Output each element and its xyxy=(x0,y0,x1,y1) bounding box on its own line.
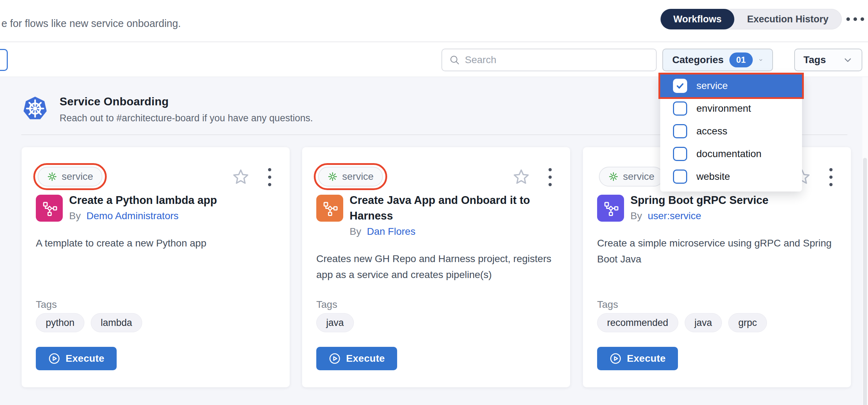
checkbox-icon[interactable] xyxy=(673,124,687,138)
dropdown-option-access[interactable]: access xyxy=(660,120,802,143)
dropdown-option-documentation[interactable]: documentation xyxy=(660,143,802,165)
tag-chip: recommended xyxy=(597,313,678,332)
dropdown-option-website[interactable]: website xyxy=(660,165,802,188)
tags-label: Tags xyxy=(597,299,618,310)
gear-icon xyxy=(608,171,619,182)
categories-dropdown-menu: service environment access documentation… xyxy=(660,74,802,192)
category-badge-label: service xyxy=(623,171,655,182)
tags-label: Tags xyxy=(316,299,337,310)
more-options-icon xyxy=(853,17,857,21)
flowchart-icon xyxy=(602,200,619,216)
tags-filter-button[interactable]: Tags xyxy=(794,49,862,71)
kebab-icon xyxy=(829,183,833,186)
kubernetes-icon xyxy=(21,95,49,122)
play-circle-icon xyxy=(609,352,622,365)
dropdown-option-label: documentation xyxy=(696,148,762,160)
kebab-icon xyxy=(549,168,552,171)
page-description-text: e for flows like new service onboarding. xyxy=(1,18,181,29)
play-circle-icon xyxy=(48,352,61,365)
checkbox-checked-icon[interactable] xyxy=(673,79,687,93)
category-badge[interactable]: service xyxy=(599,167,664,187)
dropdown-option-environment[interactable]: environment xyxy=(660,97,802,120)
categories-filter-button[interactable]: Categories 01 xyxy=(662,49,773,71)
tag-chip: java xyxy=(685,313,722,332)
star-icon xyxy=(512,168,530,186)
author-link[interactable]: Dan Flores xyxy=(367,226,416,237)
author-link[interactable]: user:service xyxy=(648,210,701,222)
execute-button[interactable]: Execute xyxy=(316,347,397,370)
section-header: Service Onboarding Reach out to #archite… xyxy=(21,95,313,124)
workflow-icon xyxy=(316,195,343,222)
play-circle-icon xyxy=(328,352,341,365)
search-box xyxy=(441,49,657,71)
card-menu-button[interactable] xyxy=(264,168,275,186)
author-link[interactable]: Demo Administrators xyxy=(87,210,179,222)
dropdown-option-label: access xyxy=(696,126,727,137)
clipped-left-button[interactable] xyxy=(0,49,8,71)
category-badge[interactable]: service xyxy=(318,167,383,187)
section-title: Service Onboarding xyxy=(60,95,313,108)
checkbox-icon[interactable] xyxy=(673,101,687,116)
execute-button-label: Execute xyxy=(627,353,666,364)
categories-count-badge: 01 xyxy=(729,52,753,67)
tag-chip: python xyxy=(36,313,84,332)
favorite-star-button[interactable] xyxy=(232,168,250,186)
tag-chip: lambda xyxy=(91,313,142,332)
kebab-icon xyxy=(268,168,271,171)
scrollbar[interactable] xyxy=(862,77,868,405)
execute-button-label: Execute xyxy=(66,353,105,364)
workflow-card: service Create Java App and Onboard it t… xyxy=(302,147,570,387)
tab-workflows[interactable]: Workflows xyxy=(661,9,734,29)
section-subtitle: Reach out to #architecture-board if you … xyxy=(60,113,313,124)
category-badge-label: service xyxy=(342,171,374,182)
filters-toolbar: Categories 01 Tags xyxy=(0,42,868,77)
dropdown-option-service[interactable]: service xyxy=(660,74,802,97)
by-label: By xyxy=(350,226,361,237)
workflow-title: Create a Python lambda app xyxy=(69,193,278,208)
categories-filter-label: Categories xyxy=(672,54,724,66)
tab-execution-history[interactable]: Execution History xyxy=(734,9,841,29)
dropdown-option-label: service xyxy=(696,80,728,91)
tags-filter-label: Tags xyxy=(803,54,826,66)
more-options-icon xyxy=(861,17,864,21)
kebab-icon xyxy=(829,168,833,171)
more-options-button[interactable] xyxy=(846,13,864,26)
execute-button-label: Execute xyxy=(346,353,385,364)
execute-button[interactable]: Execute xyxy=(597,347,678,370)
more-options-icon xyxy=(846,17,850,21)
card-menu-button[interactable] xyxy=(545,168,555,186)
star-icon xyxy=(232,168,250,186)
execute-button[interactable]: Execute xyxy=(36,347,117,370)
view-toggle: Workflows Execution History xyxy=(660,9,842,29)
tag-chip: java xyxy=(316,313,354,332)
favorite-star-button[interactable] xyxy=(512,168,530,186)
workflow-title: Create Java App and Onboard it to Harnes… xyxy=(350,193,558,224)
kebab-icon xyxy=(268,176,271,179)
kebab-icon xyxy=(829,176,833,179)
search-input[interactable] xyxy=(465,54,649,66)
checkbox-icon[interactable] xyxy=(673,170,687,184)
workflow-card: service Create a Python lambda app By De… xyxy=(22,147,290,387)
workflow-icon xyxy=(597,195,624,222)
gear-icon xyxy=(47,171,57,182)
checkbox-icon[interactable] xyxy=(673,147,687,161)
tag-chip: grpc xyxy=(728,313,767,332)
workflow-description: Create a simple microservice using gRPC … xyxy=(597,235,837,267)
workflow-description: A template to create a new Python app xyxy=(36,235,276,251)
flowchart-icon xyxy=(41,200,57,216)
category-badge[interactable]: service xyxy=(38,167,102,187)
search-icon xyxy=(449,55,460,65)
annotation-highlight: service xyxy=(314,163,387,190)
category-badge-wrap: service xyxy=(595,163,668,190)
category-badge-label: service xyxy=(62,171,93,182)
scrollbar-thumb[interactable] xyxy=(863,158,867,405)
workflows-page: e for flows like new service onboarding.… xyxy=(0,0,868,405)
dropdown-option-label: website xyxy=(696,171,730,182)
chevron-down-icon xyxy=(842,55,853,65)
kebab-icon xyxy=(268,183,271,186)
flowchart-icon xyxy=(322,200,338,216)
chevron-down-icon xyxy=(758,55,763,65)
kebab-icon xyxy=(549,176,552,179)
workflow-icon xyxy=(36,195,63,222)
card-menu-button[interactable] xyxy=(825,168,836,186)
